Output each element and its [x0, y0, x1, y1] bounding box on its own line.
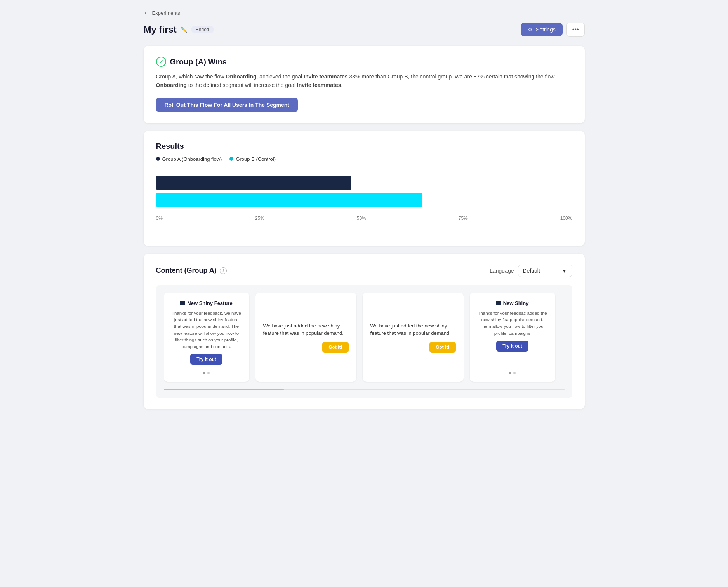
x-label-50: 50% — [357, 216, 366, 221]
wins-description: Group A, which saw the flow Onboarding, … — [156, 72, 572, 90]
dot-inactive — [207, 372, 210, 374]
header-left: My first ✏️ Ended — [144, 24, 214, 35]
bar-group — [156, 170, 572, 213]
flow-card-1: New Shiny Feature Thanks for your feedba… — [164, 293, 249, 382]
header-right: ⚙ Settings ••• — [521, 23, 584, 37]
settings-button[interactable]: ⚙ Settings — [521, 23, 563, 36]
x-label-0: 0% — [156, 216, 163, 221]
flow-card-2-icon — [496, 301, 501, 305]
flow-card-2-dots — [478, 369, 547, 374]
bar-dark-fill — [156, 176, 352, 190]
chart-grid — [156, 170, 572, 213]
info-icon[interactable]: i — [220, 267, 227, 274]
bar-group-a — [156, 176, 572, 190]
x-label-75: 75% — [459, 216, 468, 221]
legend-dot-b — [229, 157, 233, 161]
gear-icon: ⚙ — [528, 26, 533, 33]
dot2-inactive — [513, 372, 516, 374]
dot2-active — [509, 372, 511, 374]
flow-card-2-button[interactable]: Try it out — [496, 341, 528, 352]
language-value: Default — [523, 268, 540, 274]
flow-card-2-body: Thanks for your feedbac added the new sh… — [478, 310, 547, 337]
results-title: Results — [156, 142, 572, 151]
tooltip-card-2-button[interactable]: Got it! — [429, 342, 455, 353]
legend-dot-a — [156, 157, 160, 161]
content-title-group: Content (Group A) i — [156, 267, 227, 275]
x-label-25: 25% — [255, 216, 264, 221]
more-options-button[interactable]: ••• — [566, 23, 585, 37]
flow-card-1-button[interactable]: Try it out — [190, 354, 222, 365]
content-card: Content (Group A) i Language Default ▾ N… — [144, 254, 585, 409]
results-card: Results Group A (Onboarding flow) Group … — [144, 131, 585, 246]
legend-label-a: Group A (Onboarding flow) — [162, 156, 222, 162]
x-label-100: 100% — [560, 216, 572, 221]
content-header: Content (Group A) i Language Default ▾ — [156, 265, 572, 277]
chart-legend: Group A (Onboarding flow) Group B (Contr… — [156, 156, 572, 162]
flow-card-1-dots — [172, 369, 242, 374]
carousel-scrollbar-thumb — [164, 389, 284, 390]
legend-group-a: Group A (Onboarding flow) — [156, 156, 222, 162]
back-nav[interactable]: ← Experiments — [144, 9, 585, 16]
language-selector: Language Default ▾ — [490, 265, 572, 277]
language-dropdown[interactable]: Default ▾ — [518, 265, 572, 277]
flow-card-1-title: New Shiny Feature — [172, 300, 242, 306]
legend-group-b: Group B (Control) — [229, 156, 276, 162]
chevron-down-icon: ▾ — [563, 268, 566, 274]
check-circle-icon: ✓ — [156, 57, 166, 67]
x-axis-labels: 0% 25% 50% 75% 100% — [156, 213, 572, 221]
tooltip-card-1-button[interactable]: Got it! — [322, 342, 348, 353]
language-label: Language — [490, 268, 514, 274]
back-arrow-icon: ← — [144, 9, 150, 16]
legend-label-b: Group B (Control) — [236, 156, 276, 162]
wins-card: ✓ Group (A) Wins Group A, which saw the … — [144, 46, 585, 123]
flow-card-2-title: New Shiny — [478, 300, 547, 306]
content-title-text: Content (Group A) — [156, 267, 217, 275]
tooltip-card-1-body: We have just added the new shiny feature… — [263, 322, 349, 337]
tooltip-card-2-body: We have just added the new shiny feature… — [370, 322, 456, 337]
flow-card-1-icon — [180, 301, 185, 305]
flow-card-1-body: Thanks for your feedback, we have just a… — [172, 310, 242, 350]
dot-active — [203, 372, 205, 374]
chart-area: 0% 25% 50% 75% 100% — [156, 170, 572, 235]
page-title: My first — [144, 24, 177, 35]
bar-group-b — [156, 193, 572, 207]
page-header: My first ✏️ Ended ⚙ Settings ••• — [144, 23, 585, 37]
edit-icon[interactable]: ✏️ — [181, 26, 187, 33]
wins-header: ✓ Group (A) Wins — [156, 57, 572, 67]
tooltip-card-1: We have just added the new shiny feature… — [255, 293, 356, 382]
status-badge: Ended — [191, 26, 214, 33]
carousel-wrapper: New Shiny Feature Thanks for your feedba… — [156, 285, 572, 399]
wins-title: Group (A) Wins — [170, 57, 227, 66]
bar-cyan-fill — [156, 193, 422, 207]
carousel-track[interactable]: New Shiny Feature Thanks for your feedba… — [164, 293, 565, 385]
ellipsis-icon: ••• — [572, 26, 579, 33]
flow-card-2: New Shiny Thanks for your feedbac added … — [470, 293, 555, 382]
tooltip-card-2: We have just added the new shiny feature… — [363, 293, 464, 382]
back-label: Experiments — [152, 10, 180, 16]
carousel-scrollbar[interactable] — [164, 389, 565, 390]
rollout-button[interactable]: Roll Out This Flow For All Users In The … — [156, 98, 298, 112]
